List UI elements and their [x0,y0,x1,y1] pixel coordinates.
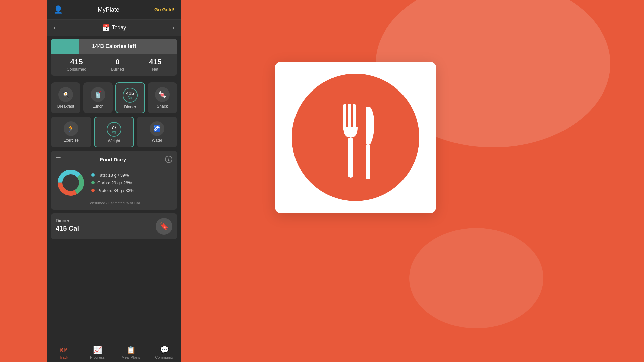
app-header: 👤 MyPlate Go Gold! [47,0,181,20]
dinner-card[interactable]: Dinner 415 Cal 🔖 [51,213,177,239]
net-value: 415 [149,58,161,66]
dinner-label: Dinner [124,105,136,109]
bookmark-icon: 🔖 [160,222,169,231]
calories-stats: 415 Consumed 0 Burned 415 Net [51,54,177,76]
dinner-card-cal: 415 Cal [56,225,79,232]
dinner-info: Dinner 415 Cal [56,218,79,232]
nav-meal-plans[interactable]: 📋 Meal Plans [114,342,148,362]
donut-chart [56,168,86,198]
consumed-note: Consumed / Estimated % of Cal. [56,201,172,205]
meal-dinner[interactable]: 415 Cal Dinner [115,82,145,113]
net-label: Net [149,67,161,72]
svg-rect-2 [348,104,351,131]
calendar-icon: 📅 [102,24,109,32]
fats-dot [91,173,95,177]
dinner-add-button[interactable]: 🔖 [156,218,172,235]
food-diary-title: Food Diary [100,157,126,162]
fats-legend: Fats: 18 g / 39% [91,173,135,178]
phone-frame: 👤 MyPlate Go Gold! ‹ 📅 Today › 1443 Calo… [47,0,181,362]
profile-icon[interactable]: 👤 [54,5,63,14]
dinner-icon: 415 Cal [123,88,138,103]
fats-label: Fats: 18 g / 39% [97,173,129,178]
extra-exercise[interactable]: 🏃 Exercise [51,117,91,147]
nav-progress[interactable]: 📈 Progress [80,342,114,362]
app-icon-container [275,62,436,213]
lunch-label: Lunch [93,104,104,109]
bg-decoration-2 [409,228,543,328]
nav-community[interactable]: 💬 Community [148,342,181,362]
date-display[interactable]: 📅 Today [102,24,126,32]
utensils-icon [319,90,392,184]
prev-date-button[interactable]: ‹ [54,24,56,32]
next-date-button[interactable]: › [172,24,174,32]
calories-bar: 1443 Calories left [51,39,177,54]
stat-net: 415 Net [149,58,161,72]
bottom-nav: 🍽 Track 📈 Progress 📋 Meal Plans 💬 Commun… [47,342,181,362]
svg-rect-0 [348,137,353,178]
progress-label: Progress [90,355,105,359]
legend-list: Fats: 18 g / 39% Carbs: 29 g / 28% Prote… [91,173,135,193]
svg-rect-3 [353,104,356,131]
protein-legend: Protein: 34 g / 33% [91,188,135,193]
exercise-label: Exercise [63,138,79,143]
meal-grid: 🍳 Breakfast 🥤 Lunch 415 Cal Dinner 🍬 Sna… [47,79,181,117]
breakfast-icon: 🍳 [58,87,73,102]
svg-point-9 [64,176,77,189]
water-icon: 🚰 [150,121,164,136]
burned-value: 0 [111,58,124,66]
food-diary-header: ☰ Food Diary ℹ [56,156,172,163]
svg-rect-4 [366,144,370,179]
dinner-card-title: Dinner [56,218,79,223]
carbs-dot [91,181,95,184]
exercise-icon: 🏃 [64,121,78,136]
protein-label: Protein: 34 g / 33% [97,188,135,193]
diary-info-icon[interactable]: ℹ [165,156,172,163]
community-label: Community [155,355,174,359]
lunch-icon: 🥤 [91,87,105,102]
diary-chart-area: Fats: 18 g / 39% Carbs: 29 g / 28% Prote… [56,168,172,198]
protein-dot [91,189,95,192]
carbs-label: Carbs: 29 g / 28% [97,180,132,185]
go-gold-button[interactable]: Go Gold! [154,7,174,12]
snack-icon: 🍬 [155,87,170,102]
track-label: Track [59,355,68,359]
burned-label: Burned [111,67,124,72]
progress-icon: 📈 [93,346,102,354]
extra-weight[interactable]: 77 kg Weight [94,117,134,147]
calories-card: 1443 Calories left 415 Consumed 0 Burned… [51,39,177,76]
meal-breakfast[interactable]: 🍳 Breakfast [51,82,80,113]
app-title: MyPlate [98,6,119,13]
snack-label: Snack [157,104,168,109]
water-label: Water [152,138,162,143]
carbs-legend: Carbs: 29 g / 28% [91,180,135,185]
calories-left-text: 1443 Calories left [51,43,177,49]
meal-plans-label: Meal Plans [122,355,140,359]
diary-menu-icon[interactable]: ☰ [56,156,61,163]
stat-consumed: 415 Consumed [67,58,86,72]
date-label: Today [112,25,126,31]
meal-lunch[interactable]: 🥤 Lunch [83,82,113,113]
date-nav: ‹ 📅 Today › [47,20,181,36]
community-icon: 💬 [160,346,169,354]
weight-icon: 77 kg [107,122,121,137]
extra-water[interactable]: 🚰 Water [137,117,177,147]
breakfast-label: Breakfast [57,104,74,109]
extras-row: 🏃 Exercise 77 kg Weight 🚰 Water [47,117,181,151]
meal-snack[interactable]: 🍬 Snack [148,82,177,113]
nav-track[interactable]: 🍽 Track [47,342,80,362]
app-icon-circle [292,74,419,201]
food-diary: ☰ Food Diary ℹ [51,151,177,210]
consumed-label: Consumed [67,67,86,72]
track-icon: 🍽 [60,346,67,354]
svg-rect-1 [343,104,346,131]
meal-plans-icon: 📋 [126,346,136,354]
weight-label: Weight [108,139,120,143]
stat-burned: 0 Burned [111,58,124,72]
consumed-value: 415 [67,58,86,66]
